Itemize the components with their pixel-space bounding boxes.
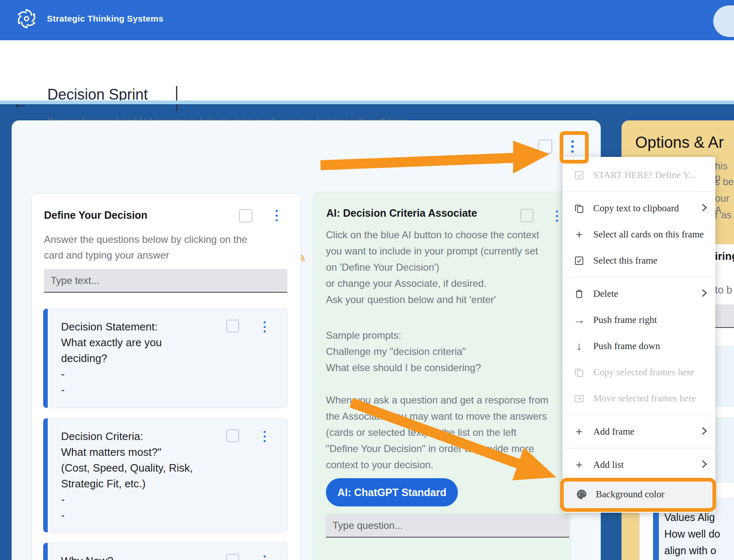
sample-prompts-paragraph: Sample prompts: Challenge my "decision c… (326, 327, 583, 376)
card-text: Decision Statement: What exactly are you… (61, 319, 162, 398)
chevron-right-icon (702, 203, 707, 214)
menu-item-copy-text[interactable]: Copy text to clipboard (563, 195, 715, 221)
menu-item-move-selected-frames: Move selected frames here (563, 385, 715, 411)
list-checkbox[interactable] (239, 209, 252, 223)
card-checkbox[interactable] (226, 554, 239, 560)
chevron-right-icon (702, 289, 707, 299)
arrow-right-icon: → (573, 313, 585, 327)
text-input[interactable]: Type text... (44, 269, 287, 293)
list-body-fragment: to b (715, 284, 732, 296)
frame-checkbox[interactable] (538, 139, 552, 154)
card-text: Values Alig How well do align with o (664, 509, 720, 559)
frame-context-menu: START HERE! Define Y... Copy text to cli… (563, 157, 715, 513)
question-input[interactable]: Type question... (326, 514, 569, 538)
arrow-down-icon: ↓ (573, 340, 585, 353)
copy-icon (573, 203, 585, 213)
divider-strip (0, 100, 734, 104)
menu-item-push-frame-down[interactable]: ↓ Push frame down (563, 333, 715, 359)
hidden-text-fragment: s be (715, 176, 734, 188)
menu-divider (563, 191, 715, 192)
checkbox-checked-icon (573, 256, 585, 266)
text-cursor (176, 86, 177, 111)
card-kebab-menu-icon[interactable] (264, 431, 266, 442)
menu-item-select-this-frame[interactable]: Select this frame (563, 247, 715, 274)
list-description: Answer the questions below by clicking o… (44, 232, 247, 263)
list-checkbox[interactable] (520, 209, 533, 222)
plus-icon: + (573, 228, 585, 241)
app-logo-icon (15, 7, 38, 30)
avatar[interactable] (713, 5, 734, 37)
list-title: AI: Decision Criteria Associate (326, 207, 477, 219)
page-header: ← Decision Sprint Decision framework and… (0, 40, 734, 100)
menu-divider (563, 277, 715, 277)
card-text: Why Now? (61, 553, 113, 560)
menu-item-frame-name: START HERE! Define Y... (563, 162, 715, 188)
plus-icon: + (573, 425, 585, 438)
card-kebab-menu-icon[interactable] (264, 321, 266, 333)
ai-instructions-paragraph: Click on the blue AI button to choose th… (326, 227, 583, 308)
list-kebab-menu-icon[interactable] (276, 210, 278, 221)
app-header: Strategic Thinking Systems (0, 0, 734, 40)
card-checkbox[interactable] (226, 429, 239, 442)
menu-item-push-frame-right[interactable]: → Push frame right (563, 307, 715, 333)
list-title-fragment: iring (715, 250, 734, 263)
hidden-text-fragment: r as (715, 209, 732, 221)
decision-sprint-app: Strategic Thinking Systems ← Decision Sp… (0, 0, 734, 560)
plus-icon: + (573, 458, 585, 472)
list-title: Define Your Decision (44, 209, 147, 221)
menu-divider (563, 415, 715, 415)
checkbox-checked-icon (573, 170, 585, 180)
folder-move-icon (573, 394, 585, 403)
list-define-your-decision[interactable]: Define Your Decision Answer the question… (31, 193, 301, 560)
menu-divider (563, 448, 715, 448)
app-title: Strategic Thinking Systems (47, 14, 164, 24)
chevron-right-icon (702, 426, 707, 437)
frame-kebab-menu-icon[interactable] (571, 140, 574, 153)
card-kebab-menu-icon[interactable] (264, 555, 266, 560)
menu-item-copy-selected-frames: Copy selected frames here (563, 359, 715, 385)
menu-item-select-all-cards[interactable]: + Select all cards on this frame (563, 221, 715, 247)
copy-icon (573, 367, 585, 377)
card-decision-statement[interactable]: Decision Statement: What exactly are you… (43, 308, 288, 408)
card-checkbox[interactable] (226, 320, 239, 333)
menu-item-delete[interactable]: Delete (563, 281, 715, 307)
card-why-now[interactable]: Why Now? (43, 543, 288, 560)
menu-item-add-frame[interactable]: + Add frame (563, 418, 715, 445)
palette-icon (576, 489, 587, 500)
trash-icon (573, 289, 585, 299)
ai-model-button[interactable]: AI: ChatGPT Standard (326, 478, 458, 506)
card-decision-criteria[interactable]: Decision Criteria: What matters most?" (… (43, 418, 288, 533)
chevron-right-icon (702, 460, 707, 470)
menu-item-background-color[interactable]: Background color (565, 481, 713, 508)
frame-title: Options & Ar (635, 134, 724, 152)
list-kebab-menu-icon[interactable] (556, 210, 558, 222)
menu-item-add-list[interactable]: + Add list (563, 452, 715, 478)
card-text: Decision Criteria: What matters most?" (… (61, 428, 193, 523)
move-answers-paragraph: When you ask a question and get a respon… (326, 392, 583, 473)
